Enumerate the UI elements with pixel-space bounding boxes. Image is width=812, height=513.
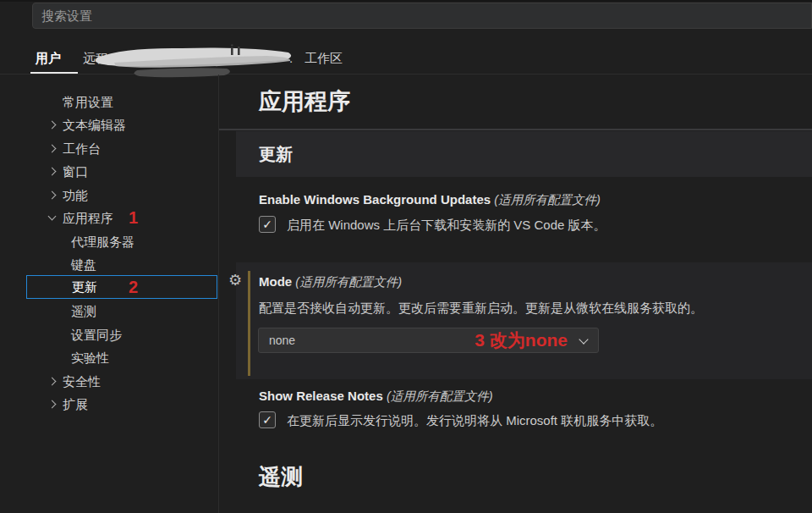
toc-item-workbench[interactable]: 工作台 <box>0 137 218 160</box>
desc-mode: 配置是否接收自动更新。更改后需要重新启动。更新是从微软在线服务获取的。 <box>259 301 703 317</box>
mode-select-value: none <box>269 328 295 352</box>
check-icon: ✓ <box>262 413 272 427</box>
checkbox-show-release-notes[interactable]: ✓ <box>259 411 276 428</box>
check-icon: ✓ <box>262 218 272 231</box>
scope-tabbar: 用户 远程 [ . 工作区 <box>0 42 812 74</box>
annotation-2: 2 <box>129 276 138 298</box>
top-strip <box>0 0 812 2</box>
annotation-3: 3 改为none <box>475 328 568 352</box>
setting-label-show-release-notes: Show Release Notes (适用所有配置文件) <box>259 389 493 405</box>
section-header-telemetry: 遥测 <box>259 462 303 492</box>
section-header-update: 更新 <box>236 131 812 177</box>
chevron-right-icon <box>48 400 57 409</box>
setting-label-mode: Mode (适用所有配置文件) <box>259 274 402 290</box>
gear-icon[interactable]: ⚙ <box>228 271 242 290</box>
setting-label-enable-bg-updates: Enable Windows Background Updates (适用所有配… <box>259 192 601 208</box>
modified-indicator <box>248 271 250 376</box>
toc-item-settings-sync[interactable]: 设置同步 <box>0 323 218 346</box>
toc-divider <box>218 74 219 513</box>
toc-item-window[interactable]: 窗口 <box>0 160 218 183</box>
page-heading: 应用程序 <box>259 86 350 117</box>
annotation-1: 1 <box>129 207 138 229</box>
chevron-right-icon <box>48 145 57 153</box>
toc-item-proxy[interactable]: 代理服务器 <box>0 230 218 253</box>
toc-item-update[interactable]: 更新 2 <box>26 275 217 299</box>
tab-user[interactable]: 用户 <box>36 42 61 74</box>
vscode-settings-editor: 用户 远程 [ . 工作区 常用设置 文本编辑器 工作台 窗口 功能 应用程序 … <box>0 0 812 513</box>
chevron-right-icon <box>48 191 57 200</box>
desc-enable-bg-updates: 启用在 Windows 上后台下载和安装新的 VS Code 版本。 <box>287 218 606 234</box>
chevron-right-icon <box>48 121 57 130</box>
settings-search-box <box>32 3 812 29</box>
mode-select[interactable]: none 3 改为none <box>258 328 599 353</box>
tab-remote[interactable]: 远程 [ <box>83 42 115 74</box>
toc-item-text-editor[interactable]: 文本编辑器 <box>0 113 218 136</box>
chevron-right-icon <box>48 168 57 176</box>
desc-show-release-notes: 在更新后显示发行说明。发行说明将从 Microsoft 联机服务中获取。 <box>287 413 662 429</box>
toc-item-commonly-used[interactable]: 常用设置 <box>0 91 218 113</box>
tab-remote-suffix: . <box>289 42 293 74</box>
chevron-down-icon <box>48 212 57 221</box>
select-chevron-icon <box>579 334 588 344</box>
toc-item-application[interactable]: 应用程序 1 <box>0 207 218 229</box>
chevron-right-icon <box>48 378 57 386</box>
toc-item-security[interactable]: 安全性 <box>0 370 218 393</box>
toc-item-extensions[interactable]: 扩展 <box>0 393 218 416</box>
toc-item-keyboard[interactable]: 键盘 <box>0 253 218 276</box>
settings-toc: 常用设置 文本编辑器 工作台 窗口 功能 应用程序 1 代理服务器 键盘 更新 … <box>0 74 218 513</box>
tab-workspace[interactable]: 工作区 <box>304 42 343 74</box>
toc-item-features[interactable]: 功能 <box>0 184 218 207</box>
checkbox-enable-bg-updates[interactable]: ✓ <box>259 216 276 233</box>
active-tab-underline <box>30 72 78 74</box>
toc-item-telemetry[interactable]: 遥测 <box>0 300 218 323</box>
toc-item-experimental[interactable]: 实验性 <box>0 346 218 369</box>
heading-divider <box>219 129 812 130</box>
search-input[interactable] <box>33 3 811 28</box>
